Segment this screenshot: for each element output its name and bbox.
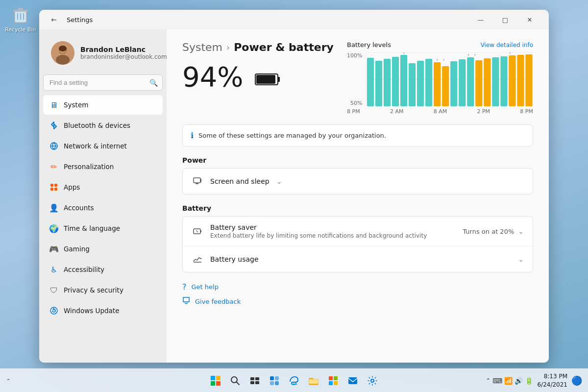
taskbar-volume-icon[interactable]: 🔊 [514,377,523,385]
power-section-title: Power [182,156,533,164]
screen-sleep-label: Screen and sleep [210,177,270,185]
sidebar-item-accessibility[interactable]: ♿ Accessibility [43,260,163,279]
taskbar-windows-button[interactable] [208,373,223,389]
info-icon: ℹ️ [191,131,194,140]
taskbar-explorer-button[interactable] [306,373,321,389]
info-banner: ℹ️ Some of these settings are managed by… [182,124,533,147]
taskbar-store-button[interactable] [325,373,341,389]
taskbar-notification-icon[interactable]: 🔵 [571,375,582,386]
sidebar-item-bluetooth[interactable]: Bluetooth & devices [43,116,163,135]
svg-rect-20 [278,77,280,82]
recycle-bin[interactable]: Recycle Bin [5,5,36,33]
info-text: Some of these settings are managed by yo… [198,132,386,139]
sidebar-item-privacy[interactable]: 🛡 Privacy & security [43,280,163,300]
chart-x-2am: 2 AM [390,108,404,115]
svg-text:⚡: ⚡ [509,52,512,55]
svg-point-11 [59,46,67,51]
bluetooth-icon [49,121,59,130]
window-controls: — □ ✕ [469,12,541,27]
taskbar-chevron[interactable]: ⌃ [486,377,490,384]
svg-rect-72 [329,376,333,380]
svg-rect-43 [484,58,491,106]
settings-window: ← Settings — □ ✕ [39,10,549,363]
taskbar-widgets-button[interactable] [267,373,282,389]
get-help-link[interactable]: ? Get help [182,282,533,292]
battery-saver-chevron: ⌄ [518,227,524,235]
svg-rect-21 [256,75,275,84]
back-button[interactable]: ← [47,13,61,26]
sidebar: Brandon LeBlanc brandoninsider@outlook.c… [39,29,167,363]
taskbar-task-view-button[interactable] [247,373,263,389]
view-detailed-link[interactable]: View detailed info [481,42,533,49]
minimize-button[interactable]: — [469,12,492,27]
taskbar-battery-icon[interactable]: 🔋 [525,377,533,385]
battery-chart-svg: ⚡ ⚡ ⚡ [366,52,533,106]
battery-usage-icon [192,253,203,265]
battery-saver-status: Turns on at 20% [463,228,514,235]
show-hidden-icons[interactable]: ⌃ [6,378,11,385]
sidebar-item-system[interactable]: 🖥 System [43,95,163,115]
battery-usage-row[interactable]: Battery usage ⌄ [183,246,533,272]
svg-text:⚡: ⚡ [443,58,445,62]
accessibility-icon: ♿ [49,265,59,274]
breadcrumb: System › Power & battery [182,41,334,53]
svg-rect-42 [476,60,483,106]
taskbar-mail-button[interactable] [345,373,361,389]
taskbar-right: ⌃ ⌨ 📶 🔊 🔋 8:13 PM 6/24/2021 🔵 [486,372,582,389]
svg-rect-17 [54,188,57,191]
close-button[interactable]: ✕ [518,12,541,27]
chart-x-8pm2: 8 PM [520,108,533,115]
svg-rect-24 [367,58,374,106]
taskbar-search-button[interactable] [227,373,243,389]
svg-rect-76 [348,377,357,384]
clock-date: 6/24/2021 [537,381,567,389]
taskbar-sys-icons: ⌃ ⌨ 📶 🔊 🔋 [486,377,533,385]
sidebar-item-time[interactable]: 🌍 Time & language [43,219,163,238]
svg-rect-57 [211,376,215,380]
svg-rect-59 [211,381,215,386]
search-input[interactable] [43,74,163,91]
taskbar-keyboard-icon[interactable]: ⌨ [492,377,502,385]
svg-rect-37 [451,61,458,106]
recycle-bin-label: Recycle Bin [5,26,36,33]
svg-rect-53 [200,179,201,182]
desktop: Recycle Bin ← Settings — □ ✕ [0,0,588,392]
svg-rect-65 [250,381,254,384]
svg-rect-44 [492,57,499,106]
apps-icon [49,182,59,192]
svg-rect-75 [334,381,338,385]
svg-rect-55 [200,230,201,232]
give-feedback-label: Give feedback [195,298,241,305]
svg-rect-49 [526,54,533,106]
taskbar-settings-button[interactable] [365,373,380,389]
sidebar-item-accounts[interactable]: 👤 Accounts [43,198,163,218]
sidebar-item-label: System [64,101,88,109]
taskbar-edge-button[interactable] [286,373,302,389]
user-email: brandoninsider@outlook.com [80,53,167,60]
taskbar-center [208,373,380,389]
user-profile[interactable]: Brandon LeBlanc brandoninsider@outlook.c… [43,35,163,71]
taskbar-time[interactable]: 8:13 PM 6/24/2021 [537,372,567,389]
battery-chart: Battery levels View detailed info 100% 5… [347,41,533,115]
screen-sleep-icon [192,175,203,187]
battery-saver-row[interactable]: Battery saver Extend battery life by lim… [183,217,533,246]
give-feedback-link[interactable]: Give feedback [182,296,533,306]
maximize-button[interactable]: □ [494,12,516,27]
svg-rect-33 [434,62,441,106]
svg-rect-25 [375,61,382,106]
sidebar-item-windows-update[interactable]: Windows Update [43,301,163,320]
sidebar-item-network[interactable]: Network & internet [43,136,163,156]
taskbar-wifi-icon[interactable]: 📶 [504,377,513,385]
time-icon: 🌍 [49,223,59,233]
privacy-icon: 🛡 [49,285,59,295]
breadcrumb-parent: System [182,41,222,53]
sidebar-item-apps[interactable]: Apps [43,177,163,197]
main-content: System › Power & battery 94% [167,29,549,363]
breadcrumb-current: Power & battery [234,41,334,53]
screen-sleep-row[interactable]: Screen and sleep ⌄ [183,169,533,194]
chart-x-8am: 8 AM [434,108,447,115]
sidebar-item-gaming[interactable]: 🎮 Gaming [43,239,163,259]
gaming-icon: 🎮 [49,244,59,254]
svg-rect-63 [250,377,254,380]
sidebar-item-personalization[interactable]: ✏️ Personalization [43,157,163,176]
